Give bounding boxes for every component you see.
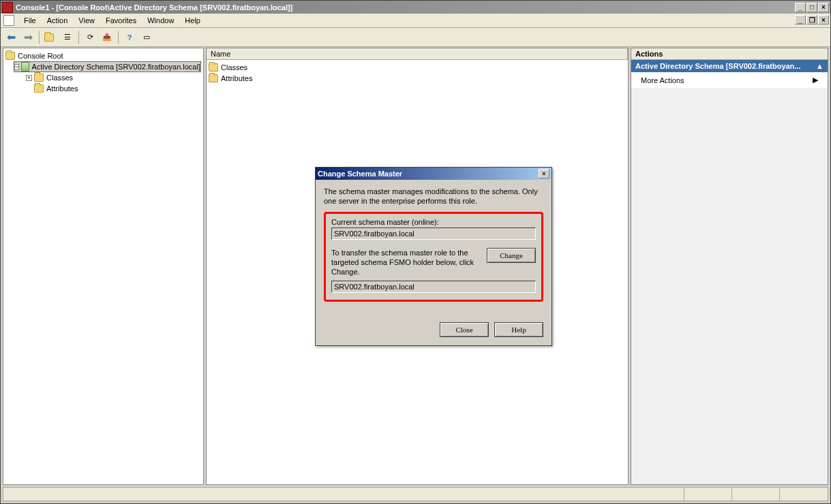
actions-more[interactable]: More Actions ▶: [631, 72, 828, 88]
column-name[interactable]: Name: [207, 48, 628, 59]
tree-classes-label: Classes: [46, 74, 73, 82]
dialog-body: The schema master manages modifications …: [316, 180, 552, 322]
actions-section-label: Active Directory Schema [SRV002.firatboy…: [635, 62, 801, 70]
tree-attributes-label: Attributes: [46, 84, 78, 93]
expand-icon[interactable]: +: [26, 75, 32, 81]
change-button[interactable]: Change: [487, 248, 536, 263]
maximize-button[interactable]: □: [806, 3, 817, 12]
current-master-label: Current schema master (online):: [331, 218, 536, 226]
system-menu-icon[interactable]: [3, 15, 14, 26]
dialog-titlebar: Change Schema Master ×: [316, 168, 552, 180]
tree-schema-node[interactable]: − Active Directory Schema [SRV002.firatb…: [14, 61, 201, 72]
toolbar-separator: [78, 31, 79, 44]
forward-button[interactable]: ➡: [20, 30, 35, 45]
arrow-right-icon: ➡: [24, 31, 33, 44]
schema-icon: [21, 62, 29, 72]
app-icon: [2, 2, 13, 13]
window-control-buttons: _ □ ×: [795, 3, 829, 12]
change-schema-master-dialog: Change Schema Master × The schema master…: [315, 167, 552, 346]
window-titlebar: Console1 - [Console Root\Active Director…: [1, 1, 830, 14]
toolbar-separator: [118, 31, 119, 44]
dialog-button-row: Close Help: [316, 322, 552, 345]
status-cell: [3, 488, 684, 501]
toolbar-separator: [39, 31, 40, 44]
close-button[interactable]: Close: [440, 322, 489, 337]
help-button[interactable]: ?: [122, 30, 137, 45]
tree-classes[interactable]: + Classes: [26, 72, 201, 83]
tree-attributes[interactable]: Attributes: [34, 83, 201, 94]
status-cell: [732, 488, 780, 501]
new-window-button[interactable]: ▭: [139, 30, 154, 45]
back-button[interactable]: ⬅: [3, 30, 18, 45]
mdi-restore-button[interactable]: ❐: [806, 15, 817, 25]
mdi-minimize-button[interactable]: _: [795, 15, 806, 25]
transfer-text: To transfer the schema master role to th…: [331, 248, 480, 277]
help-button[interactable]: Help: [494, 322, 543, 337]
close-button[interactable]: ×: [818, 3, 829, 12]
menu-window[interactable]: Window: [142, 15, 179, 26]
chevron-up-icon: ▲: [816, 62, 824, 70]
tree: Console Root − Active Directory Schema […: [3, 48, 203, 96]
list-item-label: Attributes: [221, 74, 252, 82]
show-hide-tree-button[interactable]: ☰: [60, 30, 75, 45]
menu-bar: File Action View Favorites Window Help _…: [1, 14, 830, 28]
list-header: Name: [207, 48, 628, 60]
minimize-button[interactable]: _: [795, 3, 806, 12]
status-cell: [780, 488, 828, 501]
refresh-button[interactable]: ⟳: [82, 30, 97, 45]
status-cell: [684, 488, 732, 501]
folder-icon: [5, 52, 15, 60]
list-item[interactable]: Attributes: [209, 73, 626, 84]
folder-icon: [34, 74, 44, 82]
actions-section-header[interactable]: Active Directory Schema [SRV002.firatboy…: [631, 60, 828, 72]
tree-schema-label: Active Directory Schema [SRV002.firatboy…: [32, 63, 200, 71]
export-button[interactable]: 📤: [100, 30, 115, 45]
folder-icon: [209, 74, 218, 82]
up-button[interactable]: [43, 30, 58, 45]
menu-action[interactable]: Action: [42, 15, 74, 26]
chevron-right-icon: ▶: [813, 76, 818, 84]
menu-file[interactable]: File: [18, 15, 42, 26]
toolbar: ⬅ ➡ ☰ ⟳ 📤 ? ▭: [1, 28, 830, 47]
menu-view[interactable]: View: [73, 15, 100, 26]
tree-panel: Console Root − Active Directory Schema […: [3, 48, 204, 485]
dialog-title-text: Change Schema Master: [318, 170, 402, 178]
dialog-intro-text: The schema master manages modifications …: [324, 187, 543, 206]
folder-up-icon: [44, 33, 54, 42]
arrow-left-icon: ⬅: [7, 31, 16, 44]
list-item-label: Classes: [221, 63, 247, 72]
mdi-close-button[interactable]: ×: [818, 15, 829, 25]
collapse-icon[interactable]: −: [14, 64, 19, 70]
folder-icon: [209, 63, 218, 72]
tree-root-label: Console Root: [18, 52, 63, 60]
target-master-field: SRV002.firatboyan.local: [331, 281, 536, 293]
list-body: Classes Attributes: [207, 60, 628, 86]
transfer-row: To transfer the schema master role to th…: [331, 248, 536, 277]
dialog-close-button[interactable]: ×: [539, 169, 549, 178]
highlight-annotation: Current schema master (online): SRV002.f…: [324, 212, 543, 302]
tree-root[interactable]: Console Root: [5, 50, 201, 61]
menu-favorites[interactable]: Favorites: [100, 15, 142, 26]
menu-help[interactable]: Help: [179, 15, 206, 26]
current-master-field: SRV002.firatboyan.local: [331, 227, 536, 240]
actions-panel: Actions Active Directory Schema [SRV002.…: [631, 48, 828, 485]
list-item[interactable]: Classes: [209, 62, 626, 73]
window-title: Console1 - [Console Root\Active Director…: [16, 3, 795, 12]
status-bar: [3, 487, 828, 501]
actions-header: Actions: [631, 48, 828, 60]
mdi-control-buttons: _ ❐ ×: [795, 15, 829, 25]
folder-icon: [34, 84, 44, 93]
actions-more-label: More Actions: [641, 76, 684, 84]
